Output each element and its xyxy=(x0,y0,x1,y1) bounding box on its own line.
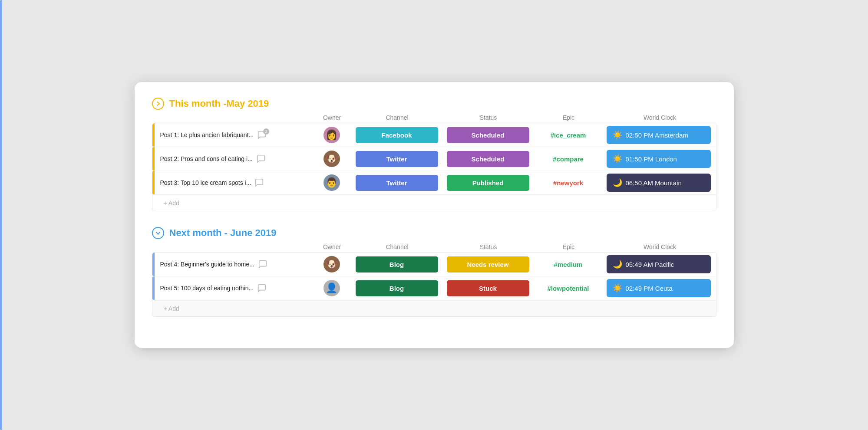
row-left-border xyxy=(152,253,155,276)
status-badge[interactable]: Published xyxy=(447,175,529,191)
col-epic-header-june: Epic xyxy=(534,243,604,250)
col-headers-may: OwnerChannelStatusEpicWorld Clock xyxy=(152,114,716,123)
avatar: 🐶 xyxy=(323,151,340,167)
clock-badge: 🌙05:49 AM Pacific xyxy=(607,255,711,273)
cell-channel[interactable]: Twitter xyxy=(351,173,442,193)
cell-post-title[interactable]: Post 3: Top 10 ice cream spots i... xyxy=(152,173,312,193)
post-title-text: Post 1: Le plus ancien fabriquant... xyxy=(160,131,254,138)
table-row: Post 5: 100 days of eating nothin...👤Blo… xyxy=(152,276,716,300)
col-owner-header-may: Owner xyxy=(313,114,352,121)
col-worldclock-header-may: World Clock xyxy=(604,114,716,121)
section-header-may[interactable]: This month -May 2019 xyxy=(152,98,716,110)
status-badge[interactable]: Stuck xyxy=(447,280,529,296)
table-june: Post 4: Beginner's guide to home...🐶Blog… xyxy=(152,252,716,317)
cell-epic[interactable]: #lowpotential xyxy=(534,283,603,294)
section-june: Next month - June 2019OwnerChannelStatus… xyxy=(152,227,716,317)
col-status-header-june: Status xyxy=(443,243,534,250)
col-status-header-may: Status xyxy=(443,114,534,121)
clock-time-text: 06:50 AM Mountain xyxy=(626,179,682,187)
post-title-text: Post 5: 100 days of eating nothin... xyxy=(160,285,254,292)
cell-worldclock: ☀️02:49 PM Ceuta xyxy=(603,277,716,299)
table-row: Post 3: Top 10 ice cream spots i...👨Twit… xyxy=(152,171,716,195)
chat-icon[interactable] xyxy=(256,154,266,164)
cell-worldclock: 🌙05:49 AM Pacific xyxy=(603,253,716,275)
channel-badge[interactable]: Blog xyxy=(356,256,438,272)
status-badge[interactable]: Scheduled xyxy=(447,127,529,143)
row-left-border xyxy=(152,276,155,300)
col-owner-header-june: Owner xyxy=(313,243,352,250)
add-row-label: + Add xyxy=(164,305,179,312)
cell-owner: 👩 xyxy=(312,123,351,147)
cell-owner: 👨 xyxy=(312,171,351,194)
cell-epic[interactable]: #newyork xyxy=(534,177,603,188)
cell-channel[interactable]: Facebook xyxy=(351,125,442,145)
clock-icon: 🌙 xyxy=(613,259,622,269)
avatar: 🐶 xyxy=(323,256,340,272)
cell-worldclock: ☀️01:50 PM London xyxy=(603,148,716,170)
cell-status[interactable]: Published xyxy=(442,173,534,193)
cell-owner: 🐶 xyxy=(312,253,351,276)
section-collapse-icon-may[interactable] xyxy=(152,98,164,110)
table-row: Post 1: Le plus ancien fabriquant...2👩Fa… xyxy=(152,123,716,147)
clock-time-text: 05:49 AM Pacific xyxy=(626,261,674,268)
table-row: Post 2: Pros and cons of eating i...🐶Twi… xyxy=(152,147,716,171)
cell-channel[interactable]: Blog xyxy=(351,255,442,274)
channel-badge[interactable]: Blog xyxy=(356,280,438,296)
chat-icon[interactable]: 2 xyxy=(257,130,267,140)
channel-badge[interactable]: Twitter xyxy=(356,175,438,191)
row-left-border xyxy=(152,171,155,194)
section-title-may: This month -May 2019 xyxy=(169,98,269,109)
cell-status[interactable]: Needs review xyxy=(442,255,534,274)
table-row: Post 4: Beginner's guide to home...🐶Blog… xyxy=(152,253,716,276)
section-title-june: Next month - June 2019 xyxy=(169,227,277,239)
cell-status[interactable]: Scheduled xyxy=(442,125,534,145)
col-channel-header-may: Channel xyxy=(352,114,443,121)
cell-channel[interactable]: Twitter xyxy=(351,149,442,169)
clock-badge: 🌙06:50 AM Mountain xyxy=(607,174,711,192)
cell-epic[interactable]: #ice_cream xyxy=(534,130,603,141)
row-left-border xyxy=(152,147,155,171)
status-badge[interactable]: Scheduled xyxy=(447,151,529,167)
clock-time-text: 02:50 PM Amsterdam xyxy=(626,131,688,139)
avatar: 👨 xyxy=(323,174,340,191)
chat-icon[interactable] xyxy=(254,178,264,187)
cell-worldclock: 🌙06:50 AM Mountain xyxy=(603,172,716,194)
cell-post-title[interactable]: Post 2: Pros and cons of eating i... xyxy=(152,149,312,169)
avatar: 👩 xyxy=(323,127,340,143)
post-title-text: Post 4: Beginner's guide to home... xyxy=(160,261,254,268)
cell-status[interactable]: Scheduled xyxy=(442,149,534,169)
cell-epic[interactable]: #compare xyxy=(534,154,603,164)
cell-post-title[interactable]: Post 5: 100 days of eating nothin... xyxy=(152,278,312,298)
add-row-june[interactable]: + Add xyxy=(152,300,716,316)
status-badge[interactable]: Needs review xyxy=(447,256,529,272)
cell-owner: 🐶 xyxy=(312,147,351,171)
section-header-june[interactable]: Next month - June 2019 xyxy=(152,227,716,239)
clock-icon: ☀️ xyxy=(613,130,622,140)
epic-label: #newyork xyxy=(553,179,583,187)
cell-channel[interactable]: Blog xyxy=(351,279,442,298)
col-headers-june: OwnerChannelStatusEpicWorld Clock xyxy=(152,243,716,252)
cell-epic[interactable]: #medium xyxy=(534,259,603,270)
cell-owner: 👤 xyxy=(312,276,351,300)
chat-count-badge: 2 xyxy=(263,128,269,135)
cell-post-title[interactable]: Post 4: Beginner's guide to home... xyxy=(152,254,312,274)
clock-badge: ☀️02:50 PM Amsterdam xyxy=(607,126,711,144)
section-collapse-icon-june[interactable] xyxy=(152,227,164,239)
add-row-may[interactable]: + Add xyxy=(152,195,716,211)
avatar: 👤 xyxy=(323,280,340,296)
post-title-text: Post 3: Top 10 ice cream spots i... xyxy=(160,179,251,186)
main-card: This month -May 2019OwnerChannelStatusEp… xyxy=(135,82,734,348)
cell-post-title[interactable]: Post 1: Le plus ancien fabriquant...2 xyxy=(152,125,312,145)
clock-time-text: 01:50 PM London xyxy=(626,155,677,163)
chat-icon[interactable] xyxy=(257,283,267,293)
clock-icon: 🌙 xyxy=(613,178,622,187)
col-channel-header-june: Channel xyxy=(352,243,443,250)
chat-icon[interactable] xyxy=(258,259,267,269)
clock-icon: ☀️ xyxy=(613,154,622,164)
clock-badge: ☀️01:50 PM London xyxy=(607,150,711,168)
channel-badge[interactable]: Facebook xyxy=(356,127,438,143)
post-title-text: Post 2: Pros and cons of eating i... xyxy=(160,155,253,162)
clock-time-text: 02:49 PM Ceuta xyxy=(626,285,673,292)
cell-status[interactable]: Stuck xyxy=(442,279,534,298)
channel-badge[interactable]: Twitter xyxy=(356,151,438,167)
